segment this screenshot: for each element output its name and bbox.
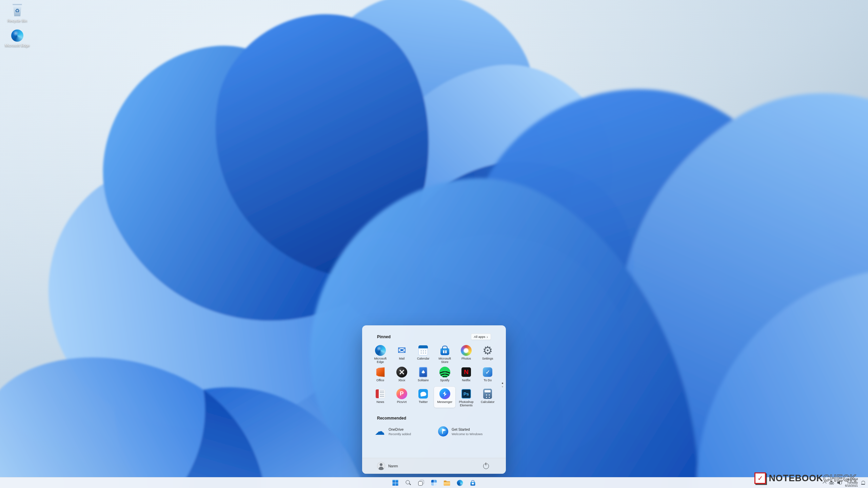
mail-icon bbox=[396, 345, 407, 356]
recycle-bin-icon bbox=[11, 3, 23, 17]
taskbar-center-icons bbox=[391, 477, 478, 488]
task-view-icon bbox=[418, 480, 424, 486]
task-view-button[interactable] bbox=[416, 479, 426, 487]
pinned-app-photoshop-elements[interactable]: Photoshop Elements bbox=[455, 387, 477, 408]
news-icon bbox=[376, 389, 385, 398]
start-menu-footer: Naren bbox=[362, 458, 506, 474]
pinned-app-netflix[interactable]: Netflix bbox=[455, 365, 477, 386]
pinned-section-title: Pinned bbox=[377, 334, 391, 339]
microsoft-store-icon bbox=[470, 482, 475, 486]
picsart-icon bbox=[396, 388, 407, 399]
desktop-icon-area: Recycle Bin Microsoft Edge bbox=[2, 3, 33, 47]
pinned-app-xbox[interactable]: Xbox bbox=[391, 365, 412, 386]
recommended-item-get-started[interactable]: Get Started Welcome to Windows bbox=[434, 423, 498, 440]
desktop-icon-microsoft-edge[interactable]: Microsoft Edge bbox=[2, 29, 33, 47]
messenger-icon bbox=[439, 388, 450, 399]
pagination-dot-active[interactable] bbox=[502, 383, 503, 384]
user-profile-button[interactable]: Naren bbox=[377, 462, 398, 470]
folder-icon bbox=[444, 481, 450, 486]
pinned-app-microsoft-edge[interactable]: Microsoft Edge bbox=[370, 343, 391, 364]
recommended-section-title: Recommended bbox=[377, 416, 491, 421]
to-do-icon bbox=[483, 367, 492, 377]
watermark-text: NOTEBOOKCHECK bbox=[769, 473, 856, 484]
get-started-icon bbox=[438, 426, 448, 436]
microsoft-store-icon bbox=[440, 348, 449, 355]
pinned-app-mail[interactable]: Mail bbox=[391, 343, 412, 364]
settings-gear-icon bbox=[482, 345, 493, 356]
pinned-app-microsoft-store[interactable]: Microsoft Store bbox=[434, 343, 455, 364]
netflix-icon bbox=[461, 367, 471, 377]
search-button[interactable] bbox=[403, 479, 413, 487]
solitaire-icon bbox=[419, 367, 427, 377]
power-button[interactable] bbox=[481, 462, 490, 470]
pinned-app-calculator[interactable]: Calculator bbox=[477, 387, 498, 408]
taskbar: 10:10 AM Tuesday 6/15/2021 bbox=[0, 477, 868, 488]
start-button[interactable] bbox=[391, 479, 400, 487]
onedrive-cloud-icon bbox=[374, 426, 385, 437]
spotify-icon bbox=[439, 367, 450, 378]
pinned-app-picsart[interactable]: PicsArt bbox=[391, 387, 412, 408]
notification-bell-icon[interactable] bbox=[861, 481, 865, 485]
microsoft-edge-icon bbox=[375, 345, 386, 356]
microsoft-edge-icon bbox=[11, 29, 23, 42]
pinned-app-office[interactable]: Office bbox=[370, 365, 391, 386]
recommended-list: OneDrive Recently added Get Started Welc… bbox=[370, 423, 498, 440]
user-avatar bbox=[377, 462, 385, 470]
pinned-apps-grid: Microsoft Edge Mail Calendar Microsoft S… bbox=[370, 343, 498, 408]
photoshop-elements-icon bbox=[461, 389, 471, 399]
store-taskbar-button[interactable] bbox=[468, 479, 478, 487]
pinned-app-photos[interactable]: Photos bbox=[455, 343, 477, 364]
search-icon bbox=[406, 480, 411, 486]
pinned-app-news[interactable]: News bbox=[370, 387, 391, 408]
pinned-app-twitter[interactable]: Twitter bbox=[413, 387, 434, 408]
notebookcheck-watermark: NOTEBOOKCHECK bbox=[754, 472, 856, 484]
twitter-icon bbox=[418, 389, 428, 399]
all-apps-label: All apps bbox=[474, 335, 486, 339]
photos-icon bbox=[461, 345, 472, 356]
power-icon bbox=[483, 463, 489, 469]
pinned-app-settings[interactable]: Settings bbox=[477, 343, 498, 364]
pinned-pagination bbox=[502, 383, 503, 387]
calendar-icon bbox=[418, 345, 428, 355]
calculator-icon bbox=[483, 389, 492, 399]
start-menu-header: Pinned All apps bbox=[377, 333, 491, 340]
widgets-icon bbox=[431, 480, 437, 486]
windows-11-desktop: Recycle Bin Microsoft Edge Pinned All ap… bbox=[0, 0, 868, 488]
pinned-app-messenger[interactable]: Messenger bbox=[434, 387, 455, 408]
pinned-app-spotify[interactable]: Spotify bbox=[434, 365, 455, 386]
edge-taskbar-button[interactable] bbox=[455, 479, 465, 487]
microsoft-edge-icon bbox=[457, 480, 463, 486]
recommended-item-onedrive[interactable]: OneDrive Recently added bbox=[370, 423, 434, 440]
pinned-app-solitaire[interactable]: Solitaire bbox=[413, 365, 434, 386]
start-menu: Pinned All apps Microsoft Edge Mail Cale… bbox=[362, 325, 506, 474]
pagination-dot[interactable] bbox=[502, 386, 503, 387]
all-apps-button[interactable]: All apps bbox=[471, 333, 491, 340]
office-icon bbox=[376, 367, 385, 377]
pinned-app-to-do[interactable]: To Do bbox=[477, 365, 498, 386]
windows-logo-icon bbox=[392, 480, 398, 486]
notebookcheck-logo-icon bbox=[754, 472, 766, 484]
clock-date: 6/15/2021 bbox=[845, 484, 858, 488]
widgets-button[interactable] bbox=[429, 479, 439, 487]
file-explorer-button[interactable] bbox=[442, 479, 452, 487]
desktop-icon-label: Recycle Bin bbox=[7, 19, 27, 23]
user-name: Naren bbox=[388, 464, 398, 468]
xbox-icon bbox=[396, 367, 407, 378]
desktop-icon-label: Microsoft Edge bbox=[5, 43, 29, 47]
pinned-app-calendar[interactable]: Calendar bbox=[413, 343, 434, 364]
desktop-icon-recycle-bin[interactable]: Recycle Bin bbox=[2, 3, 33, 23]
